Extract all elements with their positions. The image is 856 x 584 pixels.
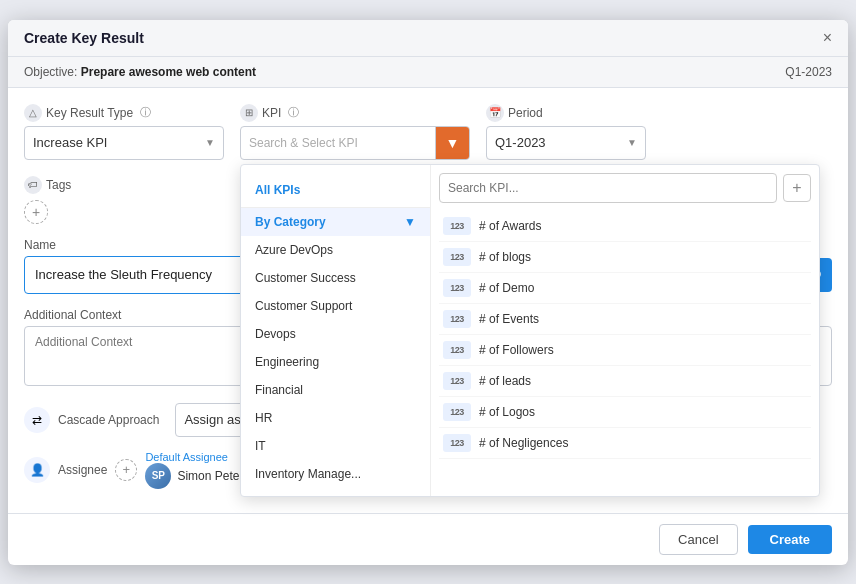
period-label: 📅 Period — [486, 104, 646, 122]
krt-value: Increase KPI — [33, 135, 107, 150]
kpi-add-button[interactable]: + — [783, 174, 811, 202]
cancel-button[interactable]: Cancel — [659, 524, 737, 555]
krt-chevron-icon: ▼ — [205, 137, 215, 148]
kpi-group: ⊞ KPI ⓘ Search & Select KPI ▼ All KPIs — [240, 104, 470, 160]
kpi-result-demo[interactable]: 123 # of Demo — [439, 273, 811, 304]
assignee-info: Default Assignee SP Simon Peter — [145, 451, 243, 489]
close-button[interactable]: × — [823, 30, 832, 46]
kpi-result-followers[interactable]: 123 # of Followers — [439, 335, 811, 366]
modal-sub-header: Objective: Prepare awesome web content Q… — [8, 57, 848, 88]
kpi-result-blogs[interactable]: 123 # of blogs — [439, 242, 811, 273]
krt-label: △ Key Result Type ⓘ — [24, 104, 224, 122]
kpi-type-icon-leads: 123 — [443, 372, 471, 390]
kpi-category-azure[interactable]: Azure DevOps — [241, 236, 430, 264]
by-category-label: By Category — [255, 215, 326, 229]
kpi-info-icon: ⓘ — [288, 105, 299, 120]
kpi-category-customer-support[interactable]: Customer Support — [241, 292, 430, 320]
assignee-row: SP Simon Peter — [145, 463, 243, 489]
kpi-type-icon-blogs: 123 — [443, 248, 471, 266]
kpi-category-list: All KPIs By Category ▼ Azure DevOps Cust… — [241, 165, 431, 496]
kpi-result-negligences[interactable]: 123 # of Negligences — [439, 428, 811, 459]
tags-label-text: Tags — [46, 178, 71, 192]
assignee-name: Simon Peter — [177, 469, 243, 483]
assignee-add-button[interactable]: + — [115, 459, 137, 481]
by-category-arrow-icon: ▼ — [404, 215, 416, 229]
kpi-dropdown-inner: All KPIs By Category ▼ Azure DevOps Cust… — [241, 165, 819, 496]
kpi-result-label-events: # of Events — [479, 312, 539, 326]
kpi-category-financial[interactable]: Financial — [241, 376, 430, 404]
kpi-placeholder-text: Search & Select KPI — [249, 136, 435, 150]
kpi-result-label-logos: # of Logos — [479, 405, 535, 419]
avatar: SP — [145, 463, 171, 489]
cascade-label: Cascade Approach — [58, 413, 159, 427]
kpi-select[interactable]: Search & Select KPI ▼ — [240, 126, 470, 160]
kpi-type-icon-logos: 123 — [443, 403, 471, 421]
tags-icon: 🏷 — [24, 176, 42, 194]
kpi-category-engineering[interactable]: Engineering — [241, 348, 430, 376]
assignee-label: Assignee — [58, 463, 107, 477]
krt-info-icon: ⓘ — [140, 105, 151, 120]
period-icon: 📅 — [486, 104, 504, 122]
kpi-type-icon-events: 123 — [443, 310, 471, 328]
kpi-result-label-followers: # of Followers — [479, 343, 554, 357]
kpi-dropdown-panel: All KPIs By Category ▼ Azure DevOps Cust… — [240, 164, 820, 497]
kpi-dropdown-arrow-icon: ▼ — [446, 135, 460, 151]
top-form-row: △ Key Result Type ⓘ Increase KPI ▼ ⊞ KPI… — [24, 104, 832, 160]
kpi-result-events[interactable]: 123 # of Events — [439, 304, 811, 335]
kpi-icon: ⊞ — [240, 104, 258, 122]
cascade-icon: ⇄ — [24, 407, 50, 433]
assignee-icon: 👤 — [24, 457, 50, 483]
kpi-search-input[interactable] — [439, 173, 777, 203]
kpi-add-icon: + — [792, 179, 801, 197]
period-badge: Q1-2023 — [785, 65, 832, 79]
kpi-result-label-blogs: # of blogs — [479, 250, 531, 264]
period-value: Q1-2023 — [495, 135, 546, 150]
kpi-type-icon-followers: 123 — [443, 341, 471, 359]
tag-add-button[interactable]: + — [24, 200, 48, 224]
kpi-result-label-leads: # of leads — [479, 374, 531, 388]
kpi-result-awards[interactable]: 123 # of Awards — [439, 211, 811, 242]
objective-name: Prepare awesome web content — [81, 65, 256, 79]
objective-info: Objective: Prepare awesome web content — [24, 65, 256, 79]
kpi-category-inventory[interactable]: Inventory Manage... — [241, 460, 430, 488]
kpi-results-panel: + 123 # of Awards 123 # of blogs — [431, 165, 819, 496]
kpi-result-label-negligences: # of Negligences — [479, 436, 568, 450]
kpi-result-leads[interactable]: 123 # of leads — [439, 366, 811, 397]
kpi-category-customer-success[interactable]: Customer Success — [241, 264, 430, 292]
kpi-by-category-item[interactable]: By Category ▼ — [241, 208, 430, 236]
assignee-default-label: Default Assignee — [145, 451, 243, 463]
period-select[interactable]: Q1-2023 ▼ — [486, 126, 646, 160]
kpi-all-kpis-item[interactable]: All KPIs — [241, 173, 430, 208]
key-result-type-group: △ Key Result Type ⓘ Increase KPI ▼ — [24, 104, 224, 160]
modal-header: Create Key Result × — [8, 20, 848, 57]
kpi-type-icon-awards: 123 — [443, 217, 471, 235]
krt-select[interactable]: Increase KPI ▼ — [24, 126, 224, 160]
kpi-category-hr[interactable]: HR — [241, 404, 430, 432]
kpi-result-label-awards: # of Awards — [479, 219, 541, 233]
kpi-category-devops[interactable]: Devops — [241, 320, 430, 348]
kpi-type-icon-negligences: 123 — [443, 434, 471, 452]
kpi-label: ⊞ KPI ⓘ — [240, 104, 470, 122]
create-key-result-modal: Create Key Result × Objective: Prepare a… — [8, 20, 848, 565]
period-chevron-icon: ▼ — [627, 137, 637, 148]
create-button[interactable]: Create — [748, 525, 832, 554]
kpi-result-label-demo: # of Demo — [479, 281, 534, 295]
kpi-search-row: + — [439, 173, 811, 203]
kpi-result-logos[interactable]: 123 # of Logos — [439, 397, 811, 428]
kpi-type-icon-demo: 123 — [443, 279, 471, 297]
modal-footer: Cancel Create — [8, 513, 848, 565]
krt-icon: △ — [24, 104, 42, 122]
kpi-dropdown-button[interactable]: ▼ — [435, 127, 469, 159]
period-group: 📅 Period Q1-2023 ▼ — [486, 104, 646, 160]
kpi-category-it[interactable]: IT — [241, 432, 430, 460]
modal-title: Create Key Result — [24, 30, 144, 46]
objective-prefix: Objective: — [24, 65, 77, 79]
modal-body: △ Key Result Type ⓘ Increase KPI ▼ ⊞ KPI… — [8, 88, 848, 513]
